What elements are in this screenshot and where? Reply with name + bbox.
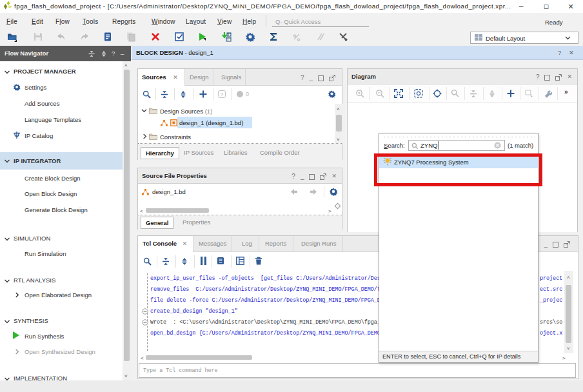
- svg-text:?: ?: [221, 92, 224, 97]
